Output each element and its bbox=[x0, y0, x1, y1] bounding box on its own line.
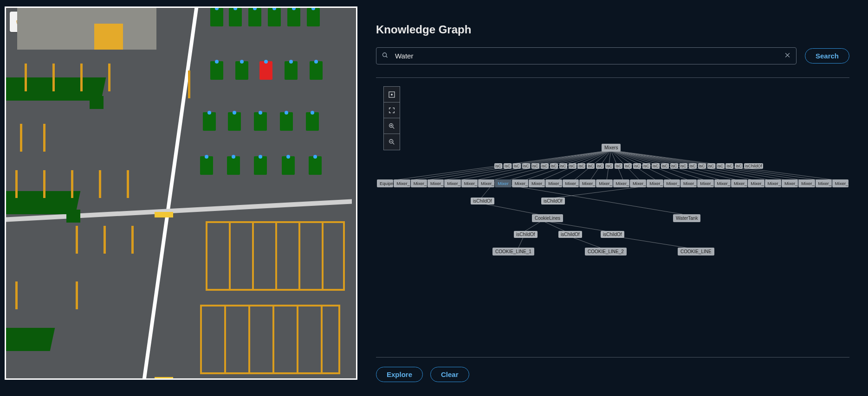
graph-edge: isC bbox=[652, 163, 660, 169]
graph-node-mixer[interactable]: Mixer_ bbox=[579, 179, 596, 187]
graph-node-mixer[interactable]: Mixer bbox=[495, 179, 511, 187]
graph-edge: isC bbox=[661, 163, 669, 169]
graph-node-mixer[interactable]: Mixer_ bbox=[748, 179, 764, 187]
graph-node-mixer[interactable]: Mixer_9 bbox=[832, 179, 849, 187]
graph-edge: isC bbox=[680, 163, 687, 169]
graph-node-root[interactable]: Mixers bbox=[602, 144, 621, 152]
graph-node-mixer[interactable]: Mixer_ bbox=[512, 179, 528, 187]
graph-edges bbox=[376, 83, 849, 357]
clear-icon[interactable] bbox=[784, 51, 791, 60]
graph-node-mixer[interactable]: Mixer_ bbox=[596, 179, 612, 187]
svg-line-43 bbox=[494, 183, 682, 214]
graph-node-mixer[interactable]: Mixer_ bbox=[461, 179, 478, 187]
graph-node-cookielines[interactable]: CookieLines bbox=[532, 214, 563, 222]
graph-edge: isC bbox=[642, 163, 650, 169]
graph-node-line[interactable]: COOKIE_LINE bbox=[678, 248, 714, 255]
graph-edge: isC bbox=[707, 163, 715, 169]
aisle bbox=[143, 8, 198, 379]
graph-node-mixer[interactable]: Mixer_2 bbox=[714, 179, 731, 187]
viewport-3d[interactable]: › bbox=[5, 6, 357, 380]
graph-node-mixer[interactable]: Mixer_ bbox=[529, 179, 545, 187]
graph-node-mixer[interactable]: Mixer_ bbox=[444, 179, 460, 187]
graph-edge: isC bbox=[689, 163, 697, 169]
graph-edge: isC bbox=[541, 163, 549, 169]
graph-edge: isChildOf bbox=[541, 198, 565, 204]
graph-edge: isC bbox=[735, 163, 743, 169]
graph-node-line[interactable]: COOKIE_LINE_1 bbox=[492, 248, 534, 255]
highlighted-machine bbox=[259, 61, 272, 80]
search-field-wrap bbox=[376, 47, 797, 64]
floor-marker bbox=[155, 377, 173, 380]
wall bbox=[17, 8, 156, 50]
graph-canvas[interactable]: Mixers isCisCisCisCisCisCisCisCisCisCisC… bbox=[376, 83, 849, 358]
graph-edge: isC bbox=[513, 163, 521, 169]
graph-edge: isC bbox=[531, 163, 539, 169]
graph-edge: isC bbox=[577, 163, 585, 169]
graph-edge: isChildOf bbox=[471, 198, 494, 204]
search-row: Search bbox=[376, 47, 849, 64]
action-row: Explore Clear bbox=[376, 367, 849, 382]
doors bbox=[94, 24, 123, 50]
graph-node-mixer[interactable]: Mixer_ bbox=[816, 179, 832, 187]
graph-edge: isC bbox=[550, 163, 558, 169]
graph-node-mixer[interactable]: Mixer_ bbox=[478, 179, 494, 187]
graph-edge: isC bbox=[587, 163, 595, 169]
graph-edge: isC bbox=[615, 163, 622, 169]
explore-button[interactable]: Explore bbox=[376, 367, 423, 382]
graph-node-mixer[interactable]: Mixer_ bbox=[697, 179, 713, 187]
graph-edge: isC bbox=[504, 163, 512, 169]
graph-node-mixer[interactable]: Mixer_ bbox=[664, 179, 680, 187]
graph-node-mixer[interactable]: Mixer_ bbox=[630, 179, 646, 187]
graph-edge: isC bbox=[605, 163, 613, 169]
search-input[interactable] bbox=[376, 47, 797, 64]
graph-node-mixer[interactable]: Mixer_ bbox=[765, 179, 781, 187]
graph-edge: isC bbox=[494, 163, 502, 169]
graph-node-watertank[interactable]: WaterTank bbox=[673, 214, 700, 222]
svg-line-47 bbox=[542, 221, 610, 232]
graph-edge: isC bbox=[725, 163, 733, 169]
graph-edge: isC bbox=[717, 163, 725, 169]
search-icon bbox=[382, 51, 389, 60]
graph-node-line[interactable]: COOKIE_LINE_2 bbox=[585, 248, 627, 255]
graph-node-mixer[interactable]: Mixer_ bbox=[731, 179, 747, 187]
graph-node-mixer[interactable]: Mixer_ bbox=[782, 179, 798, 187]
graph-edge: isC bbox=[559, 163, 567, 169]
graph-node-mixer[interactable]: Mixer_ bbox=[428, 179, 444, 187]
graph-node-mixer[interactable]: Mixer_ bbox=[798, 179, 815, 187]
graph-edge: isC bbox=[624, 163, 632, 169]
clear-button[interactable]: Clear bbox=[430, 367, 469, 382]
graph-edge: isC bbox=[670, 163, 678, 169]
knowledge-graph-panel: Knowledge Graph Search bbox=[357, 0, 868, 396]
graph-edge: isC bbox=[596, 163, 604, 169]
svg-line-1 bbox=[386, 56, 388, 57]
graph-node-mixer[interactable]: Mixer_ bbox=[647, 179, 663, 187]
graph-node-mixer[interactable]: Mixer_ bbox=[411, 179, 427, 187]
svg-line-45 bbox=[524, 221, 542, 232]
graph-node-mixer[interactable]: Mixer_ bbox=[563, 179, 579, 187]
graph-edge: isC bbox=[522, 163, 530, 169]
graph-node-mixer[interactable]: Mixer_ bbox=[394, 179, 410, 187]
graph-node-mixer[interactable]: Mixer_ bbox=[613, 179, 629, 187]
svg-line-46 bbox=[542, 221, 566, 232]
graph-edge: isC bbox=[569, 163, 577, 169]
search-button[interactable]: Search bbox=[805, 48, 849, 64]
edge-row: isCisCisCisCisCisCisCisCisCisCisCisCisCi… bbox=[494, 163, 763, 169]
graph-edge: isChildOf bbox=[514, 231, 538, 238]
graph-node-mixer[interactable]: Mixer_ bbox=[680, 179, 697, 187]
floor-marker bbox=[155, 212, 173, 217]
divider bbox=[376, 77, 849, 78]
mixer-row: EquipmMixer_Mixer_Mixer_Mixer_Mixer_Mixe… bbox=[376, 179, 849, 187]
graph-edge: isChildOf bbox=[601, 231, 624, 238]
graph-node-mixer[interactable]: Mixer_ bbox=[545, 179, 562, 187]
graph-edge: isChildOf bbox=[558, 231, 582, 238]
svg-point-0 bbox=[383, 53, 387, 57]
graph-edge: isChildOf bbox=[744, 163, 763, 169]
svg-line-42 bbox=[480, 203, 542, 215]
graph-edge: isC bbox=[633, 163, 641, 169]
graph-node-mixer[interactable]: Equipm bbox=[377, 179, 393, 187]
graph-edge: isC bbox=[698, 163, 706, 169]
panel-title: Knowledge Graph bbox=[376, 23, 849, 36]
